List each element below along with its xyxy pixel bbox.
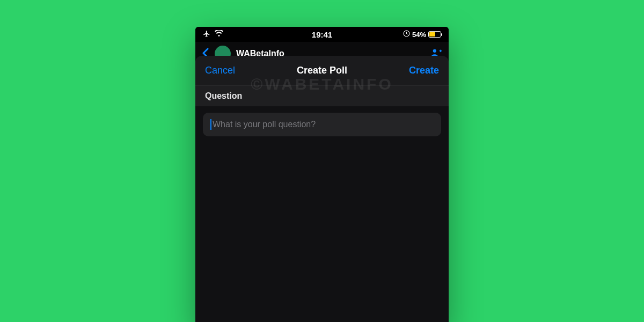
sheet-title: Create Poll	[297, 65, 347, 76]
question-input-wrap: What is your poll question?	[195, 106, 449, 136]
create-button[interactable]: Create	[409, 65, 439, 76]
battery-percent: 54%	[412, 31, 426, 39]
airplane-mode-icon	[203, 30, 210, 39]
svg-point-1	[433, 49, 436, 52]
status-bar: 19:41 54%	[195, 27, 449, 42]
status-right: 54%	[403, 30, 441, 39]
status-left	[203, 30, 223, 39]
create-poll-sheet: Cancel Create Poll Create Question What …	[195, 56, 449, 322]
cancel-button[interactable]: Cancel	[205, 65, 235, 76]
battery-fill	[429, 32, 435, 36]
battery-icon	[428, 31, 441, 38]
sheet-body	[195, 136, 449, 322]
poll-question-input[interactable]: What is your poll question?	[203, 113, 441, 136]
sheet-header: Cancel Create Poll Create	[195, 56, 449, 86]
rotation-lock-icon	[403, 30, 410, 39]
wifi-icon	[215, 30, 223, 39]
question-section-label: Question	[195, 86, 449, 106]
phone-frame: 19:41 54% WABetaInfo Cancel Create Poll …	[195, 27, 449, 322]
poll-question-placeholder: What is your poll question?	[213, 120, 316, 129]
text-cursor	[210, 119, 211, 130]
